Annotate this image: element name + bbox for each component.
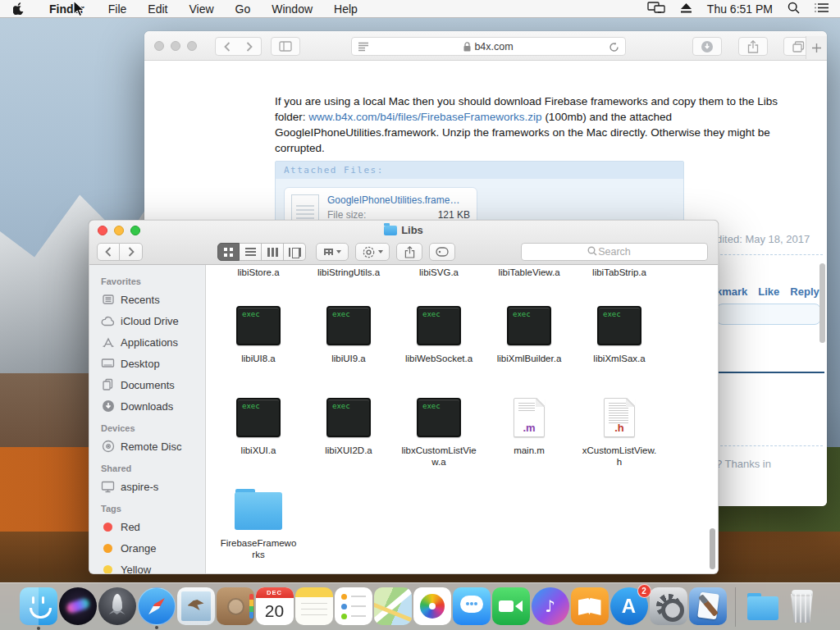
file-xcustomlistview-h[interactable]: .h xCustomListView. h — [577, 398, 662, 468]
address-bar[interactable]: b4x.com — [351, 37, 626, 56]
menu-window[interactable]: Window — [261, 0, 323, 17]
file-libistringutils[interactable]: libiStringUtils.a — [306, 267, 391, 278]
sidebar-item-downloads[interactable]: Downloads — [89, 395, 205, 417]
file-main-m[interactable]: .m main.m — [486, 398, 572, 468]
dock-appstore-icon[interactable]: 2 — [610, 587, 648, 625]
sidebar-item-remote-disc[interactable]: Remote Disc — [89, 436, 205, 457]
dock-safari-icon[interactable] — [138, 587, 176, 625]
reader-mode-icon[interactable] — [358, 42, 369, 54]
group-by-button[interactable] — [316, 243, 349, 261]
finder-toolbar — [89, 240, 718, 265]
documents-icon — [101, 378, 115, 391]
dock-contacts-icon[interactable] — [217, 587, 254, 625]
dock-system-preferences-icon[interactable] — [650, 587, 687, 625]
sidebar-tag-red[interactable]: Red — [89, 516, 205, 537]
edit-tags-button[interactable] — [429, 243, 455, 261]
folder-firebaseframeworks[interactable]: FirebaseFramewo rks — [216, 490, 301, 560]
sidebar-item-documents[interactable]: Documents — [89, 374, 205, 395]
sidebar-tag-yellow[interactable]: Yellow — [89, 559, 205, 574]
dock-itunes-icon[interactable]: ♪ — [532, 587, 569, 625]
eject-icon[interactable] — [680, 2, 692, 16]
displays-icon[interactable] — [647, 2, 665, 16]
reload-icon[interactable] — [609, 42, 619, 55]
zoom-button[interactable] — [187, 41, 197, 51]
finder-window: Libs — [89, 220, 719, 574]
file-libiui8[interactable]: exec libiUI8.a — [216, 306, 301, 364]
file-libitabstrip[interactable]: libiTabStrip.a — [577, 267, 662, 278]
zoom-button[interactable] — [130, 226, 140, 235]
menu-clock[interactable]: Thu 6:51 PM — [707, 2, 773, 16]
close-button[interactable] — [98, 226, 107, 235]
dock-launchpad-icon[interactable] — [98, 587, 136, 625]
forward-button[interactable] — [120, 243, 143, 261]
close-button[interactable] — [154, 41, 164, 51]
search-input[interactable] — [521, 243, 708, 261]
downloads-button[interactable] — [692, 37, 722, 56]
dock-mail-icon[interactable] — [177, 587, 215, 625]
dock-ibooks-icon[interactable] — [571, 587, 609, 625]
unix-executable-icon: exec — [236, 306, 281, 345]
dock-messages-icon[interactable] — [453, 587, 491, 625]
minimize-button[interactable] — [171, 41, 180, 51]
finder-titlebar: Libs — [89, 221, 718, 265]
file-libxcustomlistview[interactable]: exec libxCustomListVie w.a — [396, 398, 482, 468]
share-button[interactable] — [738, 37, 768, 56]
sidebar-item-aspire-s[interactable]: aspire-s — [89, 476, 205, 497]
file-libiwebsocket[interactable]: exec libiWebSocket.a — [396, 306, 482, 364]
file-libixmlsax[interactable]: exec libiXmlSax.a — [577, 306, 662, 364]
dock-downloads-folder-icon[interactable] — [744, 587, 782, 625]
sidebar-toggle-button[interactable] — [271, 37, 300, 56]
notification-center-icon[interactable] — [815, 2, 829, 16]
dock-xcode-icon[interactable] — [689, 587, 727, 625]
file-libixui[interactable]: exec libiXUI.a — [216, 398, 301, 468]
dock-trash-icon[interactable] — [783, 587, 821, 625]
safari-toolbar: b4x.com — [144, 31, 827, 61]
icon-view-button[interactable] — [217, 243, 240, 261]
dock-notes-icon[interactable] — [295, 587, 333, 625]
finder-scrollbar-thumb[interactable] — [710, 528, 715, 569]
dock-photos-icon[interactable] — [413, 587, 451, 625]
sidebar-item-applications[interactable]: Applications — [89, 331, 205, 353]
dock-reminders-icon[interactable] — [335, 587, 372, 625]
coverflow-view-button[interactable] — [284, 243, 306, 261]
file-libixmlbuilder[interactable]: exec libiXmlBuilder.a — [486, 306, 572, 364]
safari-scrollbar-thumb[interactable] — [819, 263, 825, 343]
file-libixui2d[interactable]: exec libiXUI2D.a — [306, 398, 391, 468]
dock-maps-icon[interactable] — [374, 587, 412, 625]
menu-view[interactable]: View — [178, 0, 224, 17]
sidebar-item-recents[interactable]: Recents — [89, 289, 205, 310]
sidebar-tag-orange[interactable]: Orange — [89, 537, 205, 559]
dock-calendar-icon[interactable]: DEC 20 — [256, 587, 294, 625]
dock-facetime-icon[interactable] — [492, 587, 530, 625]
share-button[interactable] — [396, 243, 422, 261]
menu-edit[interactable]: Edit — [137, 0, 178, 17]
dock-siri-icon[interactable] — [59, 587, 97, 625]
menu-go[interactable]: Go — [225, 0, 262, 17]
back-button[interactable] — [97, 243, 120, 261]
apple-menu-icon[interactable] — [0, 0, 39, 17]
like-link[interactable]: Like — [758, 285, 779, 298]
menu-help[interactable]: Help — [323, 0, 368, 17]
attachment-name-link[interactable]: GoogleIPhoneUtilities.frame… — [327, 194, 470, 206]
file-libitableview[interactable]: libiTableView.a — [486, 267, 572, 278]
dock-finder-icon[interactable] — [20, 587, 57, 625]
back-button[interactable] — [215, 37, 239, 56]
reply-link[interactable]: Reply — [790, 285, 819, 298]
menu-file[interactable]: File — [98, 0, 138, 17]
bookmark-link[interactable]: kmark — [716, 285, 747, 298]
file-libistore[interactable]: libiStore.a — [216, 267, 301, 278]
file-libiui9[interactable]: exec libiUI9.a — [306, 306, 391, 364]
new-tab-button[interactable] — [806, 36, 827, 59]
list-view-button[interactable] — [240, 243, 262, 261]
spotlight-search-icon[interactable] — [788, 2, 800, 16]
forward-button[interactable] — [238, 37, 262, 56]
menu-app-name[interactable]: Finder — [39, 0, 98, 17]
column-view-button[interactable] — [262, 243, 284, 261]
firebase-zip-link[interactable]: www.b4x.com/b4i/files/FirebaseFrameworks… — [308, 111, 541, 123]
sidebar-item-desktop[interactable]: Desktop — [89, 353, 205, 374]
file-libisvg[interactable]: libiSVG.a — [396, 267, 482, 278]
action-menu-button[interactable] — [355, 243, 390, 261]
shared-computer-icon — [101, 481, 115, 493]
minimize-button[interactable] — [114, 226, 124, 235]
sidebar-item-icloud-drive[interactable]: iCloud Drive — [89, 310, 205, 331]
